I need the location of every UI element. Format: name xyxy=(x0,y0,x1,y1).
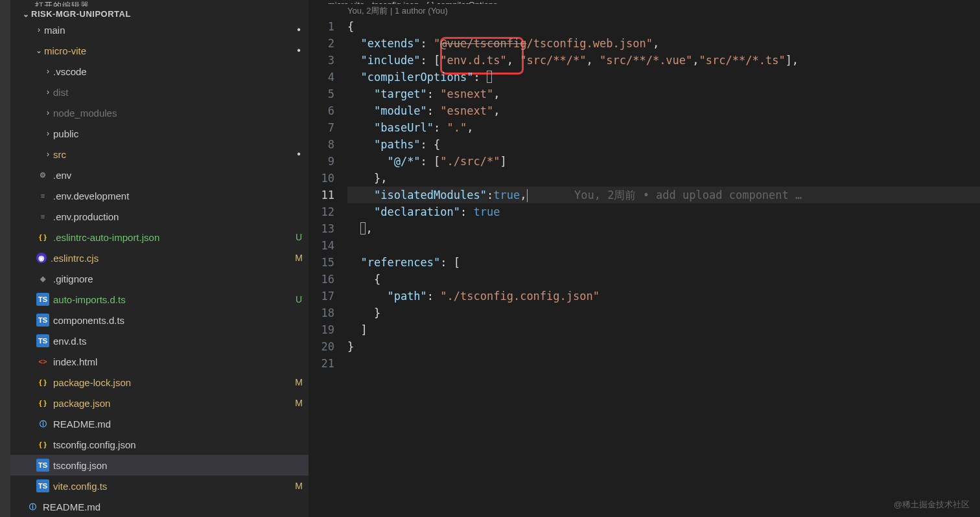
bracket-guide-icon xyxy=(487,71,492,83)
code-line[interactable] xyxy=(347,237,980,254)
chevron-right-icon: › xyxy=(43,150,53,159)
line-number: 15 xyxy=(309,254,334,271)
chevron-right-icon: › xyxy=(43,67,53,76)
tree-item-label: index.html xyxy=(53,356,309,367)
tree-item-label: micro-vite xyxy=(44,45,289,56)
code-line[interactable]: } xyxy=(347,338,980,355)
tree-item-label: package.json xyxy=(53,398,289,409)
tree-item-label: .vscode xyxy=(53,66,309,77)
code-line[interactable]: "baseUrl": ".", xyxy=(347,119,980,136)
json-icon: { } xyxy=(36,396,49,409)
tree-item-label: .eslintrc.cjs xyxy=(51,253,289,264)
tree-folder-dist[interactable]: ›dist xyxy=(10,82,309,102)
tree-file-readme-md[interactable]: ⓘREADME.md xyxy=(10,413,309,434)
tree-file--env-production[interactable]: ≡.env.production xyxy=(10,206,309,227)
code-line[interactable]: { xyxy=(347,271,980,288)
code-line[interactable]: , xyxy=(347,220,980,237)
line-number: 4 xyxy=(309,69,334,86)
line-number: 7 xyxy=(309,119,334,136)
file-explorer-sidebar: 打开的编辑器 ⌄ RISK-MGR-UNIPORTAL ›main•⌄micro… xyxy=(10,0,309,517)
code-line[interactable]: "compilerOptions": xyxy=(347,69,980,86)
html-icon: <> xyxy=(36,355,49,368)
line-number: 14 xyxy=(309,237,334,254)
tree-file-package-json[interactable]: { }package.jsonM xyxy=(10,393,309,413)
tree-folder-src[interactable]: ›src• xyxy=(10,144,309,165)
open-editors-label[interactable]: 打开的编辑器 xyxy=(10,0,309,6)
line-number: 8 xyxy=(309,136,334,153)
json-icon: { } xyxy=(36,231,49,244)
tree-file-auto-imports-d-ts[interactable]: TSauto-imports.d.tsU xyxy=(10,289,309,310)
tree-file-components-d-ts[interactable]: TScomponents.d.ts xyxy=(10,310,309,330)
code-line[interactable]: }, xyxy=(347,170,980,187)
line-number: 21 xyxy=(309,355,334,372)
inline-git-blame: You, 2周前 • add upload component … xyxy=(574,187,802,203)
line-number: 9 xyxy=(309,153,334,170)
tree-item-label: components.d.ts xyxy=(53,315,309,326)
line-number: 12 xyxy=(309,203,334,220)
code-line[interactable]: "paths": { xyxy=(347,136,980,153)
ts-icon: TS xyxy=(36,293,49,306)
code-line[interactable]: "module": "esnext", xyxy=(347,102,980,119)
code-line[interactable]: "target": "esnext", xyxy=(347,86,980,102)
tree-item-label: tsconfig.config.json xyxy=(53,439,309,450)
lines-icon: ≡ xyxy=(36,210,49,223)
tree-item-label: tsconfig.json xyxy=(53,460,309,471)
tree-file--gitignore[interactable]: ◆.gitignore xyxy=(10,268,309,289)
line-number: 18 xyxy=(309,304,334,321)
code-line[interactable]: ] xyxy=(347,321,980,338)
watermark-text: @稀土掘金技术社区 xyxy=(894,499,970,511)
chevron-right-icon: › xyxy=(43,108,53,117)
tree-file-readme-md[interactable]: ⓘREADME.md xyxy=(10,496,309,517)
code-line[interactable] xyxy=(347,355,980,372)
lines-icon: ≡ xyxy=(36,189,49,202)
tree-file--eslintrc-cjs[interactable]: ◉.eslintrc.cjsM xyxy=(10,247,309,268)
tree-file-env-d-ts[interactable]: TSenv.d.ts xyxy=(10,330,309,351)
line-number: 2 xyxy=(309,35,334,52)
chevron-right-icon: › xyxy=(43,129,53,138)
tree-folder--vscode[interactable]: ›.vscode xyxy=(10,61,309,82)
line-number-gutter: 123456789101112131415161718192021 xyxy=(309,18,347,517)
code-line[interactable]: { xyxy=(347,18,980,35)
git-status-indicator: • xyxy=(289,24,309,36)
tree-folder-public[interactable]: ›public xyxy=(10,123,309,144)
git-status-indicator: M xyxy=(289,481,309,491)
code-line[interactable]: "include": ["env.d.ts", "src/**/*", "src… xyxy=(347,52,980,69)
tree-item-label: dist xyxy=(53,87,309,98)
tree-item-label: .gitignore xyxy=(53,273,309,284)
code-line[interactable]: "isolatedModules":true,You, 2周前 • add up… xyxy=(347,187,980,203)
code-editor[interactable]: 123456789101112131415161718192021 { "ext… xyxy=(309,18,980,517)
tree-item-label: env.d.ts xyxy=(53,336,309,347)
ts-icon: TS xyxy=(36,334,49,347)
tree-item-label: node_modules xyxy=(53,108,309,119)
code-line[interactable]: "references": [ xyxy=(347,254,980,271)
line-number: 6 xyxy=(309,102,334,119)
code-line[interactable]: "declaration": true xyxy=(347,203,980,220)
code-line[interactable]: "extends": "@vue/tsconfig/tsconfig.web.j… xyxy=(347,35,980,52)
project-section-header[interactable]: ⌄ RISK-MGR-UNIPORTAL xyxy=(10,6,309,19)
tree-file-tsconfig-json[interactable]: TStsconfig.json xyxy=(10,455,309,476)
chevron-right-icon: › xyxy=(43,87,53,97)
tree-file-package-lock-json[interactable]: { }package-lock.jsonM xyxy=(10,372,309,393)
tree-folder-main[interactable]: ›main• xyxy=(10,19,309,40)
code-line[interactable]: } xyxy=(347,304,980,321)
tree-file--env[interactable]: ⚙.env xyxy=(10,165,309,185)
code-content[interactable]: { "extends": "@vue/tsconfig/tsconfig.web… xyxy=(347,18,980,517)
tree-file-index-html[interactable]: <>index.html xyxy=(10,351,309,372)
code-line[interactable]: "@/*": ["./src/*"] xyxy=(347,153,980,170)
activity-bar[interactable] xyxy=(0,0,10,517)
code-line[interactable]: "path": "./tsconfig.config.json" xyxy=(347,288,980,304)
tree-file-vite-config-ts[interactable]: TSvite.config.tsM xyxy=(10,476,309,496)
git-status-indicator: • xyxy=(289,148,309,160)
git-blame-header: You, 2周前 | 1 author (You) xyxy=(309,4,980,18)
tree-folder-micro-vite[interactable]: ⌄micro-vite• xyxy=(10,40,309,61)
tree-item-label: src xyxy=(53,149,289,160)
chevron-down-icon: ⌄ xyxy=(34,46,44,55)
chevron-down-icon: ⌄ xyxy=(21,10,31,19)
tree-file--eslintrc-auto-import-json[interactable]: { }.eslintrc-auto-import.jsonU xyxy=(10,227,309,247)
tree-item-label: vite.config.ts xyxy=(53,481,289,492)
tree-item-label: README.md xyxy=(53,419,309,430)
tree-file--env-development[interactable]: ≡.env.development xyxy=(10,185,309,206)
tree-folder-node-modules[interactable]: ›node_modules xyxy=(10,102,309,123)
tree-item-label: main xyxy=(44,25,289,36)
tree-file-tsconfig-config-json[interactable]: { }tsconfig.config.json xyxy=(10,434,309,455)
